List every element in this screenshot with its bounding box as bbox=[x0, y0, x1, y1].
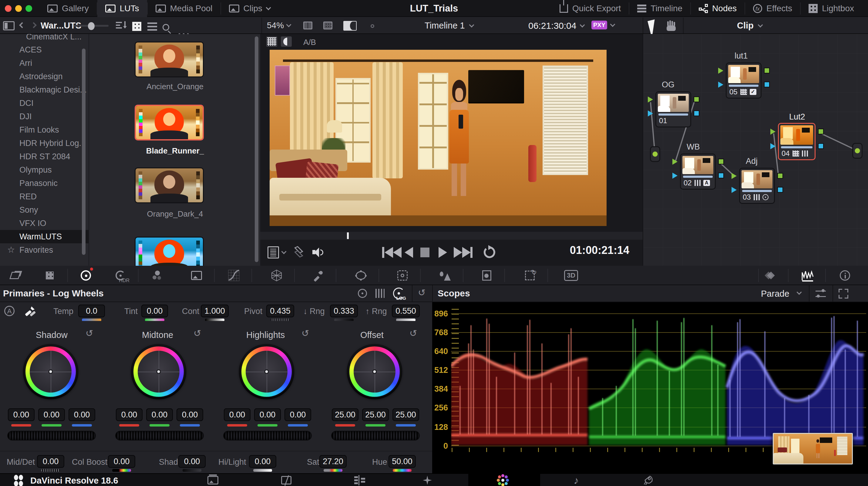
lut-category[interactable]: CinematicX L... bbox=[0, 34, 89, 43]
layers-icon[interactable] bbox=[294, 247, 305, 257]
key-output-port[interactable] bbox=[693, 111, 700, 116]
clip-monitor-icon[interactable] bbox=[268, 246, 279, 259]
key-input-port[interactable] bbox=[770, 143, 775, 149]
page-cut-icon[interactable] bbox=[268, 474, 305, 486]
tint-field[interactable]: 0.00 bbox=[141, 305, 168, 317]
hi-light-field[interactable]: 0.00 bbox=[249, 455, 276, 468]
page-deliver-icon[interactable] bbox=[630, 474, 666, 486]
key-input-port[interactable] bbox=[648, 111, 653, 117]
page-media-icon[interactable] bbox=[195, 474, 231, 486]
lut-category[interactable]: Blackmagic Desi... bbox=[0, 83, 89, 96]
wheel-puck[interactable] bbox=[372, 369, 377, 374]
tab-clips[interactable]: Clips bbox=[221, 0, 278, 17]
viewer-zoom-level[interactable]: 54% bbox=[267, 21, 284, 30]
forward-arrow-icon[interactable] bbox=[31, 22, 37, 28]
minimize-window-button[interactable] bbox=[15, 5, 22, 12]
key-output-port[interactable] bbox=[718, 173, 724, 178]
highlights-r-value[interactable]: 0.00 bbox=[224, 408, 250, 421]
lut-category[interactable]: ACES bbox=[0, 43, 89, 56]
page-fairlight-icon[interactable]: ♪ bbox=[558, 474, 594, 486]
audio-mute-icon[interactable] bbox=[312, 247, 324, 258]
shadow-b-value[interactable]: 0.00 bbox=[68, 408, 95, 421]
ab-compare-label[interactable]: A/B bbox=[303, 38, 316, 47]
color-warper-icon[interactable] bbox=[269, 268, 284, 283]
transport-controls[interactable] bbox=[381, 245, 509, 260]
rgb-output-port[interactable] bbox=[818, 129, 824, 134]
chevron-down-icon[interactable] bbox=[610, 22, 615, 27]
lut-category-favorites[interactable]: ☆ Favorites bbox=[0, 243, 89, 257]
color-slice-icon[interactable] bbox=[149, 268, 163, 283]
reset-wheel-icon[interactable]: ↺ bbox=[86, 330, 93, 337]
scopes-palette-icon[interactable] bbox=[800, 268, 815, 283]
rgb-input-port[interactable] bbox=[770, 129, 775, 135]
thumbnail-size-slider[interactable] bbox=[73, 25, 108, 27]
offset-r-value[interactable]: 25.00 bbox=[332, 408, 359, 421]
search-icon[interactable] bbox=[162, 24, 169, 31]
back-arrow-icon[interactable] bbox=[19, 22, 25, 28]
tab-media-pool[interactable]: Media Pool bbox=[148, 0, 220, 17]
page-fusion-icon[interactable] bbox=[409, 474, 445, 486]
rgb-output-port[interactable] bbox=[693, 96, 700, 102]
reset-wheel-icon[interactable]: ↺ bbox=[302, 330, 309, 337]
pivot-field[interactable]: 0.435 bbox=[266, 305, 294, 317]
lut-card-cool[interactable] bbox=[135, 237, 204, 266]
color-match-icon[interactable] bbox=[189, 268, 204, 283]
tab-timeline[interactable]: Timeline bbox=[629, 0, 690, 17]
lut-category[interactable]: HDR ST 2084 bbox=[0, 150, 89, 163]
white-balance-picker-icon[interactable] bbox=[24, 305, 36, 317]
source-node[interactable] bbox=[650, 146, 660, 162]
viewer-grid-toggle-icon[interactable] bbox=[266, 36, 277, 47]
hdr-wheels-icon[interactable]: HDR bbox=[113, 268, 128, 283]
chevron-down-icon[interactable] bbox=[580, 23, 585, 28]
chevron-down-icon[interactable] bbox=[286, 22, 291, 27]
rgb-input-port[interactable] bbox=[648, 96, 653, 102]
hand-tool-icon[interactable] bbox=[666, 21, 676, 31]
wheel-puck[interactable] bbox=[49, 369, 53, 374]
viewer-scrub-bar[interactable] bbox=[260, 232, 643, 240]
key-input-port[interactable] bbox=[718, 82, 723, 88]
lut-card-orange-dark[interactable] bbox=[135, 168, 204, 203]
mid-det-field[interactable]: 0.00 bbox=[37, 455, 64, 468]
wheels-mode-icon[interactable] bbox=[358, 289, 367, 298]
chevron-down-icon[interactable] bbox=[281, 249, 287, 254]
shadow-g-value[interactable]: 0.00 bbox=[38, 408, 65, 421]
node-05[interactable]: 05 ✓ bbox=[726, 62, 762, 99]
node-03[interactable]: 03 bbox=[739, 168, 775, 204]
midtone-master-wheel[interactable] bbox=[115, 431, 204, 441]
lut-palette-icon[interactable] bbox=[42, 268, 57, 283]
lut-category[interactable]: Film Looks bbox=[0, 123, 89, 136]
sort-icon[interactable] bbox=[116, 21, 127, 30]
highlights-b-value[interactable]: 0.00 bbox=[284, 408, 311, 421]
shad-field[interactable]: 0.00 bbox=[178, 455, 206, 468]
info-icon[interactable] bbox=[838, 268, 852, 283]
midtone-b-value[interactable]: 0.00 bbox=[177, 408, 203, 421]
scope-mode-selector[interactable]: Parade bbox=[761, 289, 789, 299]
lut-category[interactable]: Astrodesign bbox=[0, 70, 89, 83]
node-view-mode[interactable]: Clip bbox=[737, 21, 754, 31]
rgb-input-port[interactable] bbox=[718, 68, 723, 74]
wheel-puck[interactable] bbox=[265, 369, 269, 374]
curves-icon[interactable] bbox=[226, 268, 241, 283]
chevron-down-icon[interactable] bbox=[757, 22, 763, 27]
scope-settings-icon[interactable] bbox=[815, 289, 826, 299]
reset-wheel-icon[interactable]: ↺ bbox=[409, 330, 417, 337]
contrast-field[interactable]: 1.000 bbox=[201, 305, 229, 317]
tab-lightbox[interactable]: Lightbox bbox=[801, 0, 862, 17]
expand-scope-icon[interactable] bbox=[839, 289, 848, 299]
rgb-input-port[interactable] bbox=[672, 159, 678, 165]
list-view-icon[interactable] bbox=[147, 22, 157, 31]
tracker-icon[interactable] bbox=[395, 268, 410, 283]
lut-card-blade-runner[interactable] bbox=[135, 105, 204, 141]
offset-wheel[interactable] bbox=[347, 344, 402, 399]
lut-category[interactable]: Olympus bbox=[0, 163, 89, 177]
hue-field[interactable]: 50.00 bbox=[389, 455, 416, 468]
lut-category[interactable]: Sony bbox=[0, 203, 89, 217]
chevron-down-icon[interactable] bbox=[469, 22, 474, 27]
lut-category[interactable]: DCI bbox=[0, 96, 89, 110]
tab-nodes[interactable]: Nodes bbox=[691, 0, 745, 17]
stereo-3d-icon[interactable]: 3D bbox=[564, 268, 578, 283]
wheel-puck[interactable] bbox=[156, 369, 161, 374]
rgb-output-port[interactable] bbox=[764, 68, 770, 73]
viewer-timecode[interactable]: 06:21:30:04 bbox=[528, 21, 576, 31]
node-02[interactable]: 02 A bbox=[680, 153, 716, 190]
